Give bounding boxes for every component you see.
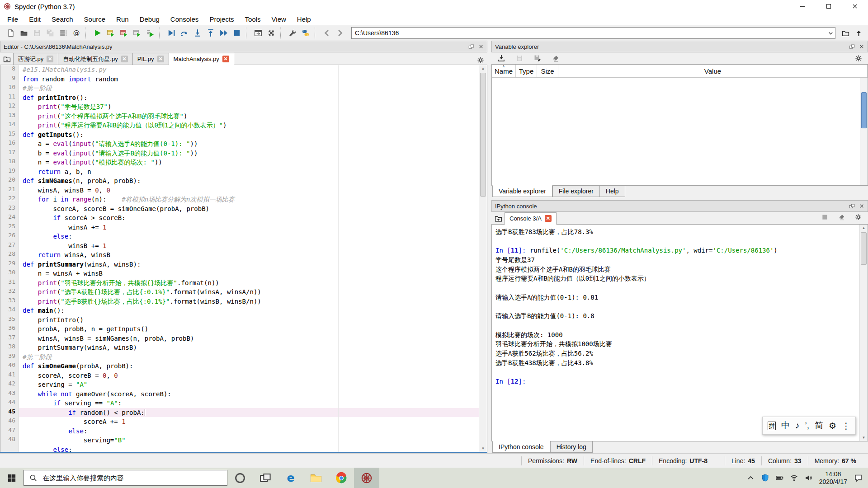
remove-all-variables-button[interactable] [835,211,848,223]
code-line[interactable]: b = eval(input("请输入选手B的能力值(0-1): ")) [19,149,479,158]
minimize-button[interactable] [789,0,816,13]
code-line[interactable]: scoreA, scoreB = 0, 0 [19,371,479,380]
code-line[interactable]: print("学号尾数是37") [19,102,479,112]
scroll-up-arrow-icon[interactable]: ▲ [479,65,487,72]
code-line[interactable]: winsA, winsB = simNGames(n, probA, probB… [19,334,479,343]
scroll-down-arrow-icon[interactable]: ▼ [860,434,868,441]
options-gear-icon[interactable] [477,56,484,64]
close-tab-icon[interactable]: ✕ [222,56,229,62]
forward-button[interactable] [333,27,346,39]
maximize-pane-button[interactable] [251,27,264,39]
menu-file[interactable]: File [2,14,24,24]
code-line[interactable]: if scoreA > scoreB: [19,213,479,223]
code-line[interactable]: probA, probB, n = getInputs() [19,324,479,334]
ime-chinese-mode[interactable]: 中 [781,420,790,432]
import-data-button[interactable] [495,52,508,65]
search-input[interactable] [42,474,222,482]
menu-source[interactable]: Source [79,14,111,24]
parent-directory-button[interactable] [852,27,865,39]
tab-file-explorer[interactable]: File explorer [552,185,599,197]
code-line[interactable]: print("选手B获胜{}场比赛，占比{:0.1%}".format(wins… [19,297,479,306]
console-output-area[interactable]: 选手B获胜783场比赛，占比78.3% In [11]: runfile('C:… [491,224,868,441]
run-selection-button[interactable] [143,27,156,39]
interrupt-kernel-button[interactable] [818,211,831,223]
code-line[interactable]: printIntro() [19,315,479,325]
menu-search[interactable]: Search [46,14,79,24]
options-gear-button[interactable] [852,52,865,65]
code-line[interactable]: scoreA, scoreB = simOneGame(probA, probB… [19,204,479,214]
editor-tab[interactable]: MatchAnalysis.py✕ [169,53,234,65]
code-line[interactable]: else: [19,232,479,241]
save-data-as-button[interactable] [531,52,544,65]
options-gear-button[interactable] [852,211,865,223]
file-switcher-button[interactable] [57,27,70,39]
column-header-size[interactable]: Size [537,65,558,77]
column-header-value[interactable]: Value [558,65,868,77]
code-line[interactable]: #第二阶段 [19,352,479,362]
menu-tools[interactable]: Tools [240,14,266,24]
variable-table-body[interactable] [492,78,868,185]
run-cell-button[interactable] [104,27,117,39]
code-editor[interactable]: 8910111213141516171819202122232425262728… [0,65,487,452]
new-file-button[interactable] [4,27,17,39]
step-into-button[interactable] [191,27,204,39]
code-line[interactable]: print("选手A获胜{}场比赛，占比{:0.1%}".format(wins… [19,287,479,297]
battery-icon[interactable] [776,474,783,482]
ime-pinyin-mode[interactable]: 拼 [768,422,776,430]
taskbar-cortana-button[interactable] [227,468,253,488]
taskbar-spyder-button[interactable] [354,468,379,488]
column-header-type[interactable]: Type [516,65,537,77]
code-line[interactable]: winsA += 1 [19,223,479,232]
code-line[interactable]: if random() < probA: [19,408,479,418]
code-line[interactable]: def simOneGame(probA, probB): [19,361,479,371]
wifi-icon[interactable] [790,474,798,482]
editor-tab[interactable]: PIL.py✕ [132,53,169,65]
tab-history-log[interactable]: History log [550,441,593,453]
editor-tab[interactable]: 西游记.py✕ [13,53,58,65]
vertical-splitter[interactable] [487,41,491,454]
scroll-up-arrow-icon[interactable]: ▲ [860,225,868,231]
code-line[interactable]: def main(): [19,306,479,315]
code-line[interactable]: n = eval(input("模拟比赛的场次: ")) [19,158,479,167]
browse-tabs-button[interactable] [492,213,505,224]
close-button[interactable] [842,0,868,13]
code-line[interactable]: #第一阶段 [19,84,479,93]
debug-file-button[interactable] [165,27,178,39]
menu-consoles[interactable]: Consoles [165,14,204,24]
console-scrollbar-thumb[interactable] [861,232,867,265]
close-pane-icon[interactable] [478,44,484,49]
ime-punctuation-mode[interactable]: ’, [805,421,809,431]
back-button[interactable] [320,27,333,39]
code-line[interactable]: n = winsA + winsB [19,269,479,278]
code-line[interactable]: printSummary(winsA, winsB) [19,343,479,352]
run-cell-advance-button[interactable] [117,27,130,39]
undock-icon[interactable] [468,44,474,50]
step-out-button[interactable] [204,27,217,39]
run-file-button[interactable] [91,27,104,39]
volume-icon[interactable] [805,474,812,482]
menu-view[interactable]: View [266,14,292,24]
switch-layout-button[interactable] [264,27,278,39]
code-line[interactable]: winsA, winsB = 0, 0 [19,186,479,195]
tab-help[interactable]: Help [599,185,625,197]
pythonpath-manager-button[interactable] [299,27,312,39]
close-pane-icon[interactable] [859,44,864,49]
maximize-button[interactable] [816,0,842,13]
close-pane-icon[interactable] [859,203,864,209]
menu-help[interactable]: Help [292,14,316,24]
undock-icon[interactable] [849,203,855,209]
start-button[interactable] [0,468,24,488]
dropdown-arrow-icon[interactable] [826,30,835,37]
close-tab-icon[interactable]: ✕ [157,56,164,62]
code-line[interactable]: def simNGames(n, probA, probB): [19,176,479,186]
code-line[interactable]: serving="B" [19,436,479,445]
debug-continue-button[interactable] [217,27,230,39]
code-line[interactable]: if serving == "A": [19,399,479,408]
code-line[interactable]: a = eval(input("请输入选手A的能力值(0-1): ")) [19,139,479,149]
tab-ipython-console[interactable]: IPython console [492,441,550,453]
variable-explorer-scrollbar[interactable] [860,78,868,185]
rerun-cell-button[interactable] [130,27,143,39]
code-line[interactable]: def printSummary(winsA, winsB): [19,260,479,269]
code-line[interactable]: for i in range(n): #将模拟n场比赛分解为n次模拟一场比赛 [19,195,479,204]
defender-shield-icon[interactable] [761,474,769,482]
